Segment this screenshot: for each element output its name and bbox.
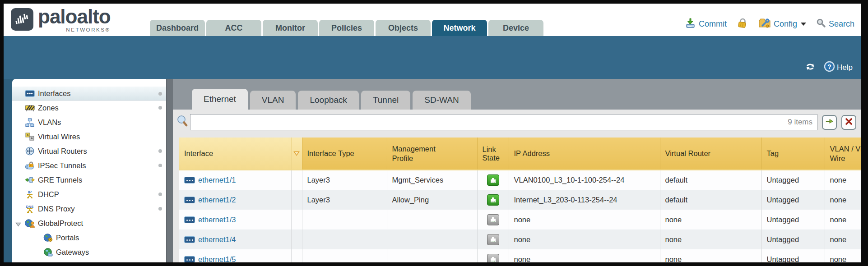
interface-link[interactable]: ethernet1/2 [198, 196, 236, 204]
link-state-down-icon [487, 214, 499, 225]
sidebar-item-partial[interactable] [12, 259, 166, 262]
green-arrow-icon [825, 117, 834, 127]
virtual-router-cell: default [660, 190, 761, 210]
interfaces-icon [25, 89, 35, 98]
table-row: ethernet1/1Layer3Mgmt_ServicesVLAN0100_L… [179, 170, 861, 190]
nav-tab-device[interactable]: Device [488, 20, 543, 36]
column-header-interface[interactable]: Interface [179, 138, 291, 170]
tab-vlan[interactable]: VLAN [250, 91, 296, 110]
sidebar-item-ipsec-tunnels[interactable]: IPSec Tunnels [12, 158, 166, 173]
sidebar-item-dns-proxy[interactable]: DNSDNS Proxy [12, 202, 166, 216]
management-profile-cell [387, 249, 477, 262]
interface-link[interactable]: ethernet1/5 [198, 255, 236, 263]
interface-link[interactable]: ethernet1/3 [198, 216, 236, 224]
tab-loopback[interactable]: Loopback [298, 91, 358, 110]
nav-tab-monitor[interactable]: Monitor [263, 20, 318, 36]
filter-input[interactable] [190, 115, 783, 130]
filter-row: 9 items [176, 113, 856, 131]
vlan-wire-cell: none [825, 229, 861, 249]
expander-down-icon[interactable] [15, 220, 21, 229]
top-header: paloalto NETWORKS® DashboardACCMonitorPo… [4, 4, 861, 36]
virtual-router-cell: default [660, 170, 761, 190]
vlan-wire-cell: none [825, 190, 861, 210]
interface-cell: ethernet1/1 [179, 170, 291, 190]
interface-sort-dropdown[interactable] [291, 138, 302, 170]
filter-magnifier-icon [176, 115, 188, 130]
nav-tab-acc[interactable]: ACC [206, 20, 261, 36]
virtual-wires-icon [25, 132, 35, 141]
vlan-wire-cell: none [825, 210, 861, 229]
link-state-cell [477, 229, 509, 249]
column-header-interface-type[interactable]: Interface Type [302, 138, 387, 170]
nav-tab-objects[interactable]: Objects [376, 20, 431, 36]
column-header-ip-address[interactable]: IP Address [509, 138, 660, 170]
sidebar-item-portals[interactable]: Portals [12, 230, 166, 245]
sidebar-item-zones[interactable]: Zones [12, 101, 166, 115]
sidebar-item-gre-tunnels[interactable]: GRE Tunnels [12, 173, 166, 187]
svg-text:IP: IP [28, 190, 32, 194]
apply-filter-button[interactable] [822, 115, 837, 130]
column-header-virtual-router[interactable]: Virtual Router [660, 138, 761, 170]
gateways-icon [43, 248, 53, 257]
interface-cell: ethernet1/2 [179, 190, 291, 210]
help-button[interactable]: ? Help [824, 61, 853, 74]
management-profile-cell: Allow_Ping [387, 190, 477, 210]
sidebar-item-label: GRE Tunnels [38, 176, 82, 184]
brand-name: paloalto [38, 6, 111, 27]
table-row: ethernet1/3nonenoneUntaggednone [179, 210, 861, 229]
tab-ethernet[interactable]: Ethernet [192, 89, 248, 110]
sidebar-item-label: DNS Proxy [38, 205, 75, 213]
management-profile-cell [387, 229, 477, 249]
commit-button[interactable]: Commit [685, 18, 727, 31]
column-header-tag[interactable]: Tag [761, 138, 825, 170]
nav-tab-dashboard[interactable]: Dashboard [150, 20, 205, 36]
interface-cell: ethernet1/5 [179, 249, 291, 262]
commit-icon [685, 18, 696, 31]
nav-tab-policies[interactable]: Policies [319, 20, 374, 36]
lock-icon[interactable] [737, 18, 748, 31]
search-button[interactable]: Search [816, 18, 854, 30]
virtual-routers-icon [25, 147, 35, 156]
clear-filter-button[interactable] [841, 115, 856, 130]
link-state-up-icon [487, 194, 499, 206]
table-row: ethernet1/4nonenoneUntaggednone [179, 229, 861, 249]
interface-link[interactable]: ethernet1/4 [198, 235, 236, 244]
globalprotect-icon [25, 219, 35, 228]
sidebar-item-gateways[interactable]: Gateways [12, 245, 166, 259]
interface-link[interactable]: ethernet1/1 [198, 176, 236, 184]
tab-tunnel[interactable]: Tunnel [361, 91, 410, 110]
ip-address-cell: Internet_L3_203-0-113-254--24 [509, 190, 660, 210]
interface-type-cell [302, 249, 387, 262]
item-dot [158, 207, 162, 211]
refresh-icon[interactable] [804, 61, 817, 74]
interface-cell: ethernet1/3 [179, 210, 291, 229]
spacer-cell [291, 229, 302, 249]
sidebar-item-dhcp[interactable]: IPDHCP [12, 187, 166, 202]
column-header-vlan-virtual-wire[interactable]: VLAN / Virtual Wire [825, 138, 861, 170]
spacer-cell [291, 190, 302, 210]
sidebar-item-virtual-routers[interactable]: Virtual Routers [12, 144, 166, 158]
column-header-management-profile[interactable]: Management Profile [387, 138, 477, 170]
column-header-link-state[interactable]: Link State [477, 138, 509, 170]
item-dot [158, 106, 162, 110]
sidebar-item-label: DHCP [38, 190, 59, 199]
config-menu-button[interactable]: Config [758, 18, 806, 31]
tab-sd-wan[interactable]: SD-WAN [413, 91, 470, 110]
ethernet-port-icon [184, 256, 195, 263]
sidebar-item-vlans[interactable]: VLANs [12, 115, 166, 129]
nav-tab-network[interactable]: Network [432, 20, 487, 36]
sidebar-item-interfaces[interactable]: Interfaces [12, 86, 166, 101]
management-profile-cell: Mgmt_Services [387, 170, 477, 190]
sidebar-item-label: GlobalProtect [38, 219, 83, 228]
sort-dropdown-icon [293, 149, 300, 157]
vlan-wire-cell: none [825, 249, 861, 262]
sidebar-splitter[interactable] [166, 79, 173, 262]
sidebar-item-globalprotect[interactable]: GlobalProtect [12, 216, 166, 230]
sidebar-item-label: Portals [56, 234, 79, 242]
link-state-cell [477, 170, 509, 190]
sidebar-item-virtual-wires[interactable]: Virtual Wires [12, 129, 166, 144]
tag-cell: Untagged [761, 210, 825, 229]
brand-subtitle: NETWORKS® [66, 27, 110, 32]
header-actions: Commit [685, 18, 854, 31]
paloalto-logo: paloalto NETWORKS® [11, 6, 111, 32]
